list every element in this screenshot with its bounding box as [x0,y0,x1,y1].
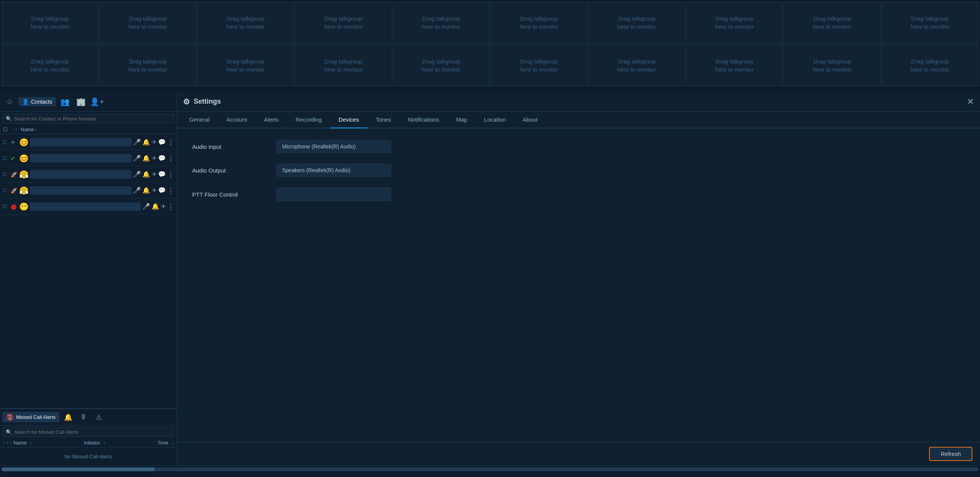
sort-up-icon[interactable]: ↑ [13,127,15,132]
bell-icon[interactable]: 🔔 [142,138,150,146]
send-icon[interactable]: ✈ [161,203,166,210]
monitor-cell[interactable]: Drag talkgrouphere to monitor [295,44,392,86]
tab-account[interactable]: Account [218,112,255,129]
alert-bell-icon[interactable]: 🔔 [62,411,75,424]
bell-icon[interactable]: 🔔 [142,155,150,162]
row-checkbox[interactable]: ☐ [2,188,9,193]
more-icon[interactable]: ⋮ [167,186,174,195]
ptt-floor-value[interactable] [276,187,391,201]
mic-icon[interactable]: 🎤 [142,203,150,210]
monitor-cell[interactable]: Drag talkgrouphere to monitor [393,44,490,86]
tab-map[interactable]: Map [448,112,475,129]
mic-icon[interactable]: 🎤 [133,171,141,178]
row-checkbox[interactable]: ☐ [2,156,9,161]
more-icon[interactable]: ⋮ [167,202,174,211]
groups-icon[interactable]: 👥 [57,94,72,109]
send-icon[interactable]: ✈ [152,155,157,162]
row-checkbox[interactable]: ☐ [2,140,9,145]
missed-sort-up-icon[interactable]: ↑ [3,441,5,445]
missed-name-col[interactable]: Name [13,440,27,446]
table-row[interactable]: ☐ ⬤ 😶 🎤 🔔 ✈ ⋮ [0,199,176,215]
select-all-checkbox[interactable]: ☐ [3,127,10,132]
monitor-cell[interactable]: Drag talkgrouphere to monitor [588,2,685,44]
missed-search-input[interactable] [14,429,171,435]
bell-icon[interactable]: 🔔 [142,187,150,194]
refresh-button[interactable]: Refresh [929,447,972,461]
avatar: 😤 [19,170,28,179]
chat-icon[interactable]: 💬 [158,171,166,178]
settings-devices-content: Audio Input Microphone (Realtek(R) Audio… [177,129,980,442]
name-col-header[interactable]: Name ↑ [21,127,37,132]
audio-input-value[interactable]: Microphone (Realtek(R) Audio) [276,140,391,153]
monitor-cell[interactable]: Drag talkgrouphere to monitor [882,44,978,86]
mic-icon[interactable]: 🎤 [133,155,141,162]
settings-close-button[interactable]: ✕ [967,98,974,106]
monitor-cell[interactable]: Drag talkgrouphere to monitor [99,44,196,86]
monitor-cell[interactable]: Drag talkgrouphere to monitor [2,2,98,44]
missed-search-bar[interactable]: 🔍 [2,427,174,437]
invite-icon[interactable]: 👤+ [90,94,104,109]
missed-initiator-col[interactable]: Initiator [84,440,100,446]
chat-icon[interactable]: 💬 [158,187,166,194]
monitor-cell[interactable]: Drag talkgrouphere to monitor [784,2,880,44]
monitor-cell[interactable]: Drag talkgrouphere to monitor [197,44,294,86]
monitor-cell[interactable]: Drag talkgrouphere to monitor [393,2,490,44]
monitor-cell[interactable]: Drag talkgrouphere to monitor [197,2,294,44]
bell-icon[interactable]: 🔔 [142,171,150,178]
monitor-cell[interactable]: Drag talkgrouphere to monitor [490,44,587,86]
org-icon[interactable]: 🏢 [74,94,88,109]
mic-icon[interactable]: 🎤 [133,138,141,146]
monitor-cell[interactable]: Drag talkgrouphere to monitor [686,44,783,86]
table-row[interactable]: ☐ ✔ 😊 🎤 🔔 ✈ 💬 ⋮ [0,150,176,166]
monitor-cell[interactable]: Drag talkgrouphere to monitor [588,44,685,86]
table-row[interactable]: ☐ 🚀 😤 🎤 🔔 ✈ 💬 ⋮ [0,166,176,182]
tab-alerts[interactable]: Alerts [256,112,287,129]
sort-up2-icon[interactable]: ↑ [16,127,18,132]
table-row[interactable]: ☐ 🚀 😤 🎤 🔔 ✈ 💬 ⋮ [0,182,176,199]
contacts-search-bar[interactable]: 🔍 [2,114,174,124]
missed-sort-up2-icon[interactable]: ↑ [7,441,8,445]
monitor-cell[interactable]: Drag talkgrouphere to monitor [784,44,880,86]
more-icon[interactable]: ⋮ [167,138,174,147]
monitor-cell[interactable]: Drag talkgrouphere to monitor [295,2,392,44]
more-icon[interactable]: ⋮ [167,170,174,179]
contacts-tab[interactable]: 👤 Contacts [18,97,56,106]
table-row[interactable]: ☐ ✈ 😊 🎤 🔔 ✈ 💬 ⋮ [0,134,176,150]
contacts-search-input[interactable] [14,116,171,122]
monitor-cell[interactable]: Drag talkgrouphere to monitor [490,2,587,44]
monitor-cell[interactable]: Drag talkgrouphere to monitor [2,44,98,86]
monitor-cell[interactable]: Drag talkgrouphere to monitor [686,2,783,44]
row-checkbox[interactable]: ☐ [2,172,9,177]
send-icon[interactable]: ✈ [152,138,157,146]
chat-icon[interactable]: 💬 [158,138,166,146]
tab-tones[interactable]: Tones [368,112,400,129]
send-icon[interactable]: ✈ [152,187,157,194]
send-icon[interactable]: ✈ [152,171,157,178]
missed-time-col[interactable]: Time [158,440,168,446]
mic-off-icon[interactable]: 🎙 [77,411,90,424]
missed-call-icon: 📵 [6,414,14,421]
status-red-icon: ⬤ [11,203,18,210]
bell-icon[interactable]: 🔔 [152,203,159,210]
missed-sort-up3-icon[interactable]: ↑ [10,441,12,445]
tab-notifications[interactable]: Notifications [400,112,448,129]
missed-call-alerts-tab[interactable]: 📵 Missed Call Alerts [2,412,59,422]
audio-output-value[interactable]: Speakers (Realtek(R) Audio) [276,164,391,177]
mic-icon[interactable]: 🎤 [133,187,141,194]
row-checkbox[interactable]: ☐ [2,204,9,209]
star-icon[interactable]: ☆ [2,94,17,109]
more-icon[interactable]: ⋮ [167,154,174,163]
tab-recording[interactable]: Recording [287,112,330,129]
chat-icon[interactable]: 💬 [158,155,166,162]
tab-general[interactable]: General [181,112,218,129]
missed-col-headers: ↑ ↑ ↑ Name ↑ Initiator ↑ Time ↓ [0,438,176,448]
warning-icon[interactable]: ⚠ [92,411,105,424]
contacts-person-icon: 👤 [22,99,29,105]
monitor-cell[interactable]: Drag talkgrouphere to monitor [99,2,196,44]
monitor-cell[interactable]: Drag talkgrouphere to monitor [882,2,978,44]
sort-arrows[interactable]: ↑ ↑ [13,127,18,132]
tab-about[interactable]: About [514,112,546,129]
bottom-scrollbar[interactable] [0,466,980,472]
tab-location[interactable]: Location [476,112,514,129]
tab-devices[interactable]: Devices [330,112,367,129]
